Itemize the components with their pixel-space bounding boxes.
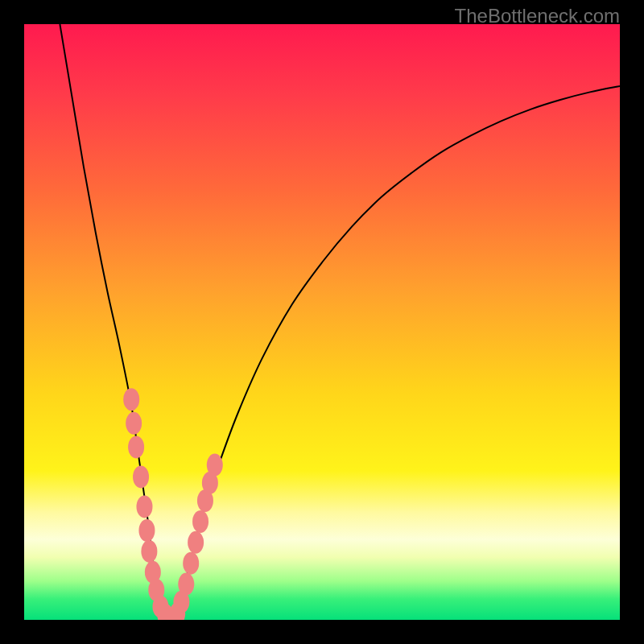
curve-marker <box>207 454 223 477</box>
curve-marker <box>138 519 155 542</box>
curve-marker <box>141 540 157 563</box>
curve-marker <box>192 510 208 533</box>
curve-marker <box>123 388 139 411</box>
plot-area <box>24 24 620 620</box>
curve-marker <box>136 495 152 518</box>
curve-marker <box>126 412 142 435</box>
chart-stage: TheBottleneck.com <box>0 0 644 644</box>
curve-marker <box>188 531 204 554</box>
curve-markers <box>123 388 223 620</box>
curve-marker <box>183 552 199 575</box>
watermark-label: TheBottleneck.com <box>455 5 620 27</box>
curve-layer <box>24 24 620 620</box>
curve-marker <box>133 465 149 488</box>
curve-marker <box>178 573 194 596</box>
curve-marker <box>128 436 144 458</box>
